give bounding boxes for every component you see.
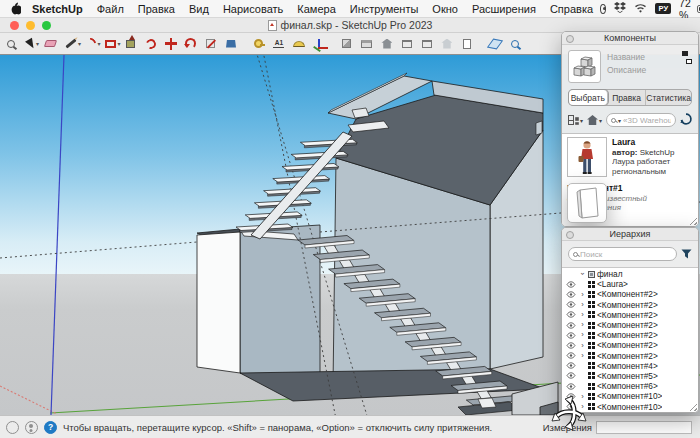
visibility-eye-icon[interactable]: [566, 403, 577, 410]
dimension-tool[interactable]: A1 ▾: [271, 34, 291, 53]
disclosure-icon[interactable]: ›: [579, 291, 586, 299]
section-plane-tool[interactable]: ▾: [487, 34, 507, 53]
outliner-row[interactable]: › <Компонент#10>: [562, 401, 698, 411]
menu-item-window[interactable]: Окно: [425, 3, 465, 15]
outliner-row[interactable]: › <Компонент#2>: [562, 310, 698, 320]
top-view-button[interactable]: ▾: [359, 34, 379, 53]
visibility-eye-icon[interactable]: [566, 281, 577, 288]
secondary-pane-toggle-icon[interactable]: [682, 51, 692, 64]
outliner-row[interactable]: › <Компонент#4>: [562, 361, 698, 371]
component-name-field[interactable]: Название: [607, 52, 645, 62]
close-window-button[interactable]: [10, 21, 19, 30]
menu-item-tools[interactable]: Инструменты: [343, 3, 426, 15]
minimize-window-button[interactable]: [26, 21, 35, 30]
rectangle-tool[interactable]: ▾: [103, 34, 123, 53]
arc-tool[interactable]: ▾: [83, 34, 103, 53]
geolocation-icon[interactable]: [6, 421, 19, 434]
view-options-button[interactable]: ▾: [568, 115, 583, 125]
tab-statistics[interactable]: Статистика: [646, 90, 691, 105]
outliner-row[interactable]: › <Компонент#2>: [562, 340, 698, 350]
outliner-row[interactable]: › <Компонент#2>: [562, 289, 698, 299]
line-tool[interactable]: ▾: [63, 34, 83, 53]
visibility-eye-icon[interactable]: [566, 291, 577, 298]
home-view-button[interactable]: ▾: [439, 34, 459, 53]
eraser-tool[interactable]: ▾: [43, 34, 63, 53]
disclosure-icon[interactable]: ›: [579, 403, 586, 411]
filter-icon[interactable]: [681, 245, 692, 263]
outliner-row[interactable]: › <Компонент#2>: [562, 330, 698, 340]
visibility-eye-icon[interactable]: [566, 383, 577, 390]
menu-item-draw[interactable]: Нарисовать: [216, 3, 290, 15]
visibility-eye-icon[interactable]: [566, 342, 577, 349]
component-list-item[interactable]: Компонент#1 автор: Неизвестный Нет описа…: [562, 180, 698, 216]
zoom-window-button[interactable]: [42, 21, 51, 30]
outliner-row[interactable]: › <Компонент#5>: [562, 371, 698, 381]
pushpull-tool[interactable]: ▾: [123, 34, 143, 53]
dropbox-icon[interactable]: [614, 2, 626, 15]
search-tool[interactable]: ▾: [3, 34, 23, 53]
outliner-row[interactable]: › <Компонент#10>: [562, 412, 698, 413]
menu-item-camera[interactable]: Камера: [290, 3, 342, 15]
disclosure-icon[interactable]: ›: [579, 331, 586, 339]
menu-item-view[interactable]: Вид: [182, 3, 216, 15]
outliner-row[interactable]: › <Компонент#6>: [562, 381, 698, 391]
protractor-tool[interactable]: ▾: [291, 34, 311, 53]
disclosure-icon[interactable]: ›: [579, 352, 586, 360]
rotate-tool[interactable]: ▾: [183, 34, 203, 53]
user-icon[interactable]: [25, 421, 38, 434]
outliner-row[interactable]: › финал: [562, 269, 698, 279]
outliner-row[interactable]: › <Компонент#2>: [562, 300, 698, 310]
visibility-eye-icon[interactable]: [566, 332, 577, 339]
component-description-field[interactable]: Описание: [607, 65, 646, 75]
select-tool[interactable]: ▾: [23, 34, 43, 53]
tape-measure-tool[interactable]: ▾: [251, 34, 271, 53]
outliner-row[interactable]: › <Компонент#2>: [562, 351, 698, 361]
visibility-eye-icon[interactable]: [566, 372, 577, 379]
tab-select[interactable]: Выбрать: [569, 90, 608, 105]
disclosure-icon[interactable]: ›: [579, 321, 586, 329]
visibility-eye-icon[interactable]: [566, 362, 577, 369]
visibility-eye-icon[interactable]: [566, 301, 577, 308]
component-list-item[interactable]: Laura автор: SketchUp Лаура работает рег…: [562, 134, 698, 180]
back-view-button[interactable]: ▾: [419, 34, 439, 53]
outliner-search-field[interactable]: Поиск: [568, 247, 677, 261]
zoom-window-tool[interactable]: ▾: [507, 34, 527, 53]
input-source-badge[interactable]: РУ: [655, 3, 671, 14]
scene-page-button[interactable]: ▾: [459, 34, 479, 53]
disclosure-icon[interactable]: ›: [579, 311, 586, 319]
panel-close-button[interactable]: [566, 35, 574, 43]
disclosure-icon[interactable]: ›: [579, 271, 587, 278]
in-model-collection-button[interactable]: ▾: [587, 115, 602, 125]
warehouse-nav-icon[interactable]: [680, 111, 692, 129]
visibility-eye-icon[interactable]: [566, 322, 577, 329]
paint-bucket-tool[interactable]: ▾: [223, 34, 243, 53]
iso-view-button[interactable]: ▾: [339, 34, 359, 53]
help-icon[interactable]: ?: [44, 421, 57, 434]
wifi-icon[interactable]: [634, 3, 647, 15]
followme-tool[interactable]: ▾: [143, 34, 163, 53]
disclosure-icon[interactable]: ›: [579, 393, 586, 401]
menu-item-edit[interactable]: Правка: [131, 3, 182, 15]
move-tool[interactable]: ▾: [163, 34, 183, 53]
menu-item-help[interactable]: Справка: [543, 3, 600, 15]
record-status-icon[interactable]: [600, 4, 606, 14]
outliner-row[interactable]: › <Laura>: [562, 279, 698, 289]
tab-edit[interactable]: Правка: [608, 90, 647, 105]
menu-item-file[interactable]: Файл: [90, 3, 131, 15]
scale-tool[interactable]: ▾: [203, 34, 223, 53]
visibility-eye-icon[interactable]: [566, 352, 577, 359]
front-view-button[interactable]: ▾: [379, 34, 399, 53]
axes-tool[interactable]: ▾: [311, 34, 331, 53]
outliner-row[interactable]: › <Компонент#2>: [562, 320, 698, 330]
visibility-eye-icon[interactable]: [566, 393, 577, 400]
disclosure-icon[interactable]: ›: [579, 301, 586, 309]
menu-item-sketchup[interactable]: SketchUp: [25, 3, 90, 15]
outliner-row[interactable]: › <Компонент#10>: [562, 391, 698, 401]
panel-close-button[interactable]: [566, 231, 574, 239]
menu-item-extensions[interactable]: Расширения: [465, 3, 543, 15]
measurements-input[interactable]: [596, 421, 692, 434]
right-view-button[interactable]: ▾: [399, 34, 419, 53]
warehouse-search-field[interactable]: ▾ «3D Warehouse»: [606, 113, 676, 127]
apple-menu-icon[interactable]: [10, 2, 21, 15]
visibility-eye-icon[interactable]: [566, 311, 577, 318]
